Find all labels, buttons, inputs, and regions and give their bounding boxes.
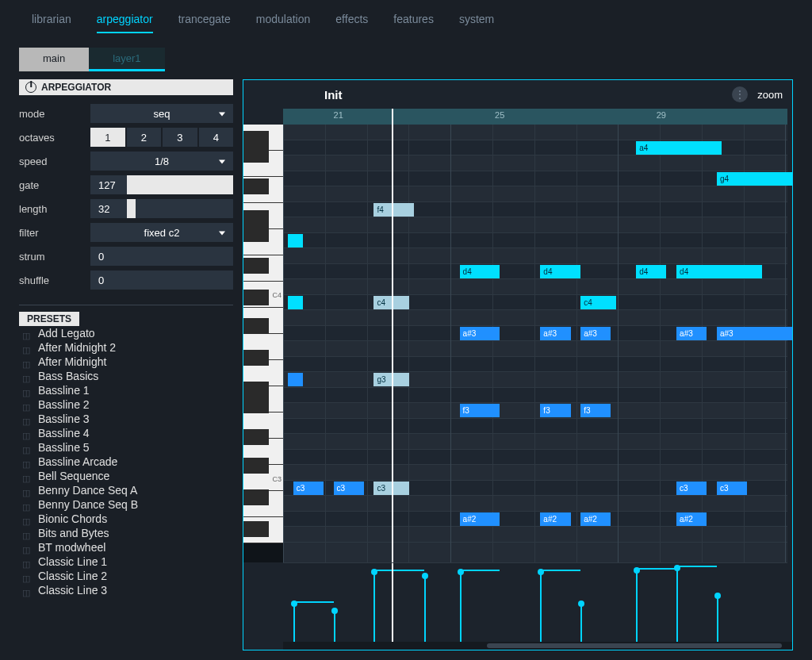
shuffle-slider[interactable]: 0 — [90, 271, 233, 290]
menu-icon[interactable]: ⋮ — [732, 86, 748, 102]
power-icon[interactable] — [25, 82, 36, 93]
preset-item[interactable]: Classic Line 3 — [19, 583, 233, 597]
note[interactable]: a#2 — [676, 512, 707, 526]
note[interactable]: c3 — [293, 482, 324, 495]
preset-item[interactable]: Bassline 3 — [19, 412, 233, 426]
horizontal-scrollbar[interactable] — [283, 642, 792, 650]
nav-effects[interactable]: effects — [335, 13, 368, 33]
subtab-main[interactable]: main — [19, 48, 89, 71]
gate-slider[interactable]: 127 — [90, 175, 233, 194]
velocity-bar[interactable] — [334, 610, 335, 642]
nav-features[interactable]: features — [393, 13, 434, 33]
black-key[interactable] — [243, 147, 269, 163]
note[interactable]: g4 — [717, 172, 793, 186]
note[interactable]: d4 — [676, 265, 762, 278]
zoom-button[interactable]: zoom — [757, 89, 783, 101]
playhead[interactable] — [392, 563, 393, 642]
preset-item[interactable]: Bionic Chords — [19, 512, 233, 526]
note[interactable]: a#3 — [580, 327, 611, 340]
black-key[interactable] — [243, 290, 269, 305]
nav-trancegate[interactable]: trancegate — [178, 13, 231, 33]
note[interactable]: a#2 — [540, 512, 570, 526]
black-key[interactable] — [243, 350, 269, 366]
preset-item[interactable]: Benny Dance Seq B — [19, 497, 233, 512]
length-slider[interactable]: 32 — [90, 199, 233, 218]
nav-librarian[interactable]: librarian — [32, 13, 71, 33]
black-key[interactable] — [243, 226, 269, 242]
note[interactable]: a#2 — [460, 512, 500, 526]
octave-1-button[interactable]: 1 — [90, 128, 125, 147]
velocity-bar[interactable] — [580, 603, 582, 643]
octave-4-button[interactable]: 4 — [199, 128, 234, 147]
note[interactable] — [288, 296, 303, 309]
preset-item[interactable]: Bell Sequence — [19, 469, 233, 483]
note[interactable]: d4 — [460, 265, 500, 278]
preset-item[interactable]: Bassline Arcade — [19, 455, 233, 469]
preset-item[interactable]: BT modwheel — [19, 540, 233, 554]
piano-keys[interactable]: C4C3 — [243, 125, 283, 562]
preset-item[interactable]: Add Legato — [19, 326, 233, 340]
subtab-layer1[interactable]: layer1 — [89, 48, 164, 71]
note[interactable]: f4 — [373, 203, 414, 217]
black-key[interactable] — [243, 178, 269, 194]
black-key[interactable] — [243, 429, 269, 445]
note[interactable]: c3 — [717, 482, 747, 495]
black-key[interactable] — [243, 521, 269, 537]
velocity-bar[interactable] — [424, 575, 426, 642]
preset-item[interactable]: After Midnight — [19, 355, 233, 369]
note[interactable]: f3 — [460, 404, 500, 417]
note-grid[interactable]: a4g4f4d4d4d4d4c4c4a#3a#3a#3a#3a#3g3f3f3f… — [283, 125, 787, 562]
preset-item[interactable]: After Midnight 2 — [19, 340, 233, 355]
note[interactable]: a#3 — [540, 327, 570, 340]
velocity-bar[interactable] — [676, 567, 678, 642]
black-key[interactable] — [243, 489, 269, 505]
black-key[interactable] — [243, 210, 269, 226]
preset-item[interactable]: Bassline 1 — [19, 383, 233, 397]
note[interactable]: a#2 — [580, 512, 611, 526]
note[interactable]: f3 — [580, 404, 611, 417]
black-key[interactable] — [243, 258, 269, 274]
note[interactable]: a#3 — [717, 327, 793, 340]
preset-item[interactable]: Bass Basics — [19, 369, 233, 383]
velocity-bar[interactable] — [460, 571, 462, 642]
playhead[interactable] — [392, 109, 393, 125]
nav-system[interactable]: system — [459, 13, 494, 33]
velocity-bar[interactable] — [717, 595, 718, 642]
note[interactable]: c3 — [334, 482, 364, 495]
presets-list[interactable]: Add LegatoAfter Midnight 2After Midnight… — [19, 326, 233, 650]
strum-slider[interactable]: 0 — [90, 247, 233, 266]
preset-item[interactable]: Bits and Bytes — [19, 526, 233, 540]
velocity-lane[interactable] — [283, 562, 787, 642]
octave-2-button[interactable]: 2 — [127, 128, 162, 147]
black-key[interactable] — [243, 318, 269, 334]
note[interactable]: a#3 — [460, 327, 500, 340]
preset-item[interactable]: Benny Dance Seq A — [19, 483, 233, 497]
note[interactable]: d4 — [540, 265, 580, 278]
note[interactable]: d4 — [636, 265, 666, 278]
preset-item[interactable]: Classic Line 1 — [19, 554, 233, 569]
preset-item[interactable]: Classic Line 2 — [19, 569, 233, 583]
nav-modulation[interactable]: modulation — [256, 13, 311, 33]
note[interactable]: a#3 — [676, 327, 707, 340]
note[interactable] — [288, 373, 303, 386]
speed-dropdown[interactable]: 1/8 — [90, 152, 233, 171]
velocity-bar[interactable] — [636, 570, 638, 642]
note[interactable]: c4 — [580, 296, 616, 309]
octave-3-button[interactable]: 3 — [163, 128, 197, 147]
velocity-bar[interactable] — [293, 603, 295, 643]
timeline-ruler[interactable]: 212529 — [283, 109, 787, 125]
velocity-bar[interactable] — [540, 571, 542, 642]
note[interactable]: c3 — [676, 482, 707, 495]
black-key[interactable] — [243, 382, 269, 397]
note[interactable]: a4 — [636, 141, 722, 155]
preset-item[interactable]: Bassline 4 — [19, 426, 233, 440]
playhead[interactable] — [392, 125, 393, 562]
scroll-thumb[interactable] — [487, 643, 782, 648]
mode-dropdown[interactable]: seq — [90, 104, 233, 123]
preset-item[interactable]: Bassline 2 — [19, 397, 233, 412]
preset-item[interactable]: Bassline 5 — [19, 440, 233, 455]
black-key[interactable] — [243, 131, 269, 147]
note[interactable] — [288, 234, 303, 248]
black-key[interactable] — [243, 397, 269, 413]
nav-arpeggiator[interactable]: arpeggiator — [97, 13, 153, 33]
